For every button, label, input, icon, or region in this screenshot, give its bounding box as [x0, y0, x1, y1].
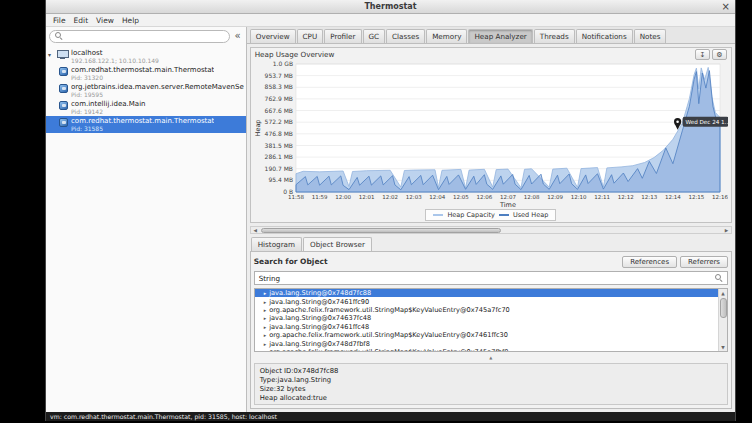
- tree-item-label: org.jetbrains.idea.maven.server.RemoteMa…: [71, 83, 244, 91]
- menu-help[interactable]: Help: [118, 15, 143, 26]
- tab-gc[interactable]: GC: [363, 29, 386, 43]
- sidebar: « ▾ localhost 192.168.122.1; 10.10.10.14…: [46, 27, 247, 412]
- titlebar[interactable]: Thermostat ×: [46, 0, 735, 14]
- detail-heap-allocated: Heap allocated:true: [260, 394, 722, 403]
- detail-size: Size:32 bytes: [260, 385, 722, 394]
- svg-text:11:59: 11:59: [311, 194, 327, 200]
- chart-horizontal-scrollbar[interactable]: ◀ ▶: [250, 226, 732, 234]
- export-heap-dump-button[interactable]: ↧: [695, 49, 710, 60]
- expand-icon[interactable]: ▸: [264, 324, 267, 330]
- detail-type: Type:java.lang.String: [260, 376, 722, 385]
- tree-item-vm-thermostat-2-selected[interactable]: com.redhat.thermostat.main.Thermostat Pi…: [46, 116, 246, 133]
- tree-item-sublabel: Pid: 19595: [71, 91, 244, 98]
- host-computer-icon: [57, 50, 68, 60]
- heap-subtabs: Histogram Object Browser: [250, 237, 732, 251]
- heap-settings-button[interactable]: ⚙: [712, 49, 727, 60]
- vm-icon: [59, 84, 68, 93]
- tree-item-vm-maven[interactable]: org.jetbrains.idea.maven.server.RemoteMa…: [46, 82, 246, 99]
- referrers-button[interactable]: Referrers: [680, 256, 728, 268]
- object-label: org.apache.felix.framework.util.StringMa…: [269, 331, 508, 339]
- svg-text:190.7 MB: 190.7 MB: [264, 165, 292, 172]
- tab-profiler[interactable]: Profiler: [324, 29, 361, 43]
- menu-file[interactable]: File: [49, 15, 70, 26]
- menu-edit[interactable]: Edit: [70, 15, 93, 26]
- search-icon: [55, 32, 63, 40]
- references-button[interactable]: References: [622, 256, 677, 268]
- svg-text:12:05: 12:05: [453, 194, 469, 200]
- list-vertical-scrollbar[interactable]: ▲ ▼: [718, 289, 727, 351]
- detail-object-id: Object ID:0x748d7fc88: [260, 367, 722, 376]
- expand-icon[interactable]: ▸: [264, 290, 267, 296]
- scrollbar-track[interactable]: [719, 297, 727, 343]
- tab-classes[interactable]: Classes: [386, 29, 425, 43]
- tree-item-label: com.redhat.thermostat.main.Thermostat: [71, 66, 214, 74]
- menu-view[interactable]: View: [92, 15, 118, 26]
- tree-item-host[interactable]: ▾ localhost 192.168.122.1; 10.10.10.149: [46, 48, 246, 65]
- svg-text:572.2 MB: 572.2 MB: [264, 118, 292, 125]
- tab-notes[interactable]: Notes: [634, 29, 667, 43]
- tab-memory[interactable]: Memory: [426, 29, 467, 43]
- svg-text:381.5 MB: 381.5 MB: [264, 142, 292, 149]
- tab-notifications[interactable]: Notifications: [576, 29, 633, 43]
- object-label: org.apache.felix.framework.util.StringMa…: [269, 306, 510, 314]
- svg-text:12:06: 12:06: [476, 194, 492, 200]
- tree-item-vm-thermostat-1[interactable]: com.redhat.thermostat.main.Thermostat Pi…: [46, 65, 246, 82]
- tab-overview[interactable]: Overview: [250, 29, 296, 43]
- scroll-right-icon[interactable]: ▶: [722, 227, 731, 233]
- list-item[interactable]: ▸org.apache.felix.framework.util.StringM…: [255, 348, 718, 352]
- scrollbar-thumb[interactable]: [261, 228, 501, 233]
- object-result-list: ▸java.lang.String@0x748d7fc88 ▸java.lang…: [254, 288, 728, 352]
- heap-chart[interactable]: 1.0 GB953.7 MB858.3 MB762.9 MB667.6 MB57…: [254, 61, 728, 208]
- legend-heap-capacity: Heap Capacity: [447, 211, 494, 219]
- tab-threads[interactable]: Threads: [534, 29, 575, 43]
- tree-item-label: com.intellij.idea.Main: [71, 100, 146, 108]
- list-item[interactable]: ▸java.lang.String@0x7461ffc90: [255, 297, 718, 305]
- svg-text:12:08: 12:08: [523, 194, 539, 200]
- svg-text:Wed Dec 24 1...: Wed Dec 24 1...: [685, 119, 727, 125]
- expander-icon[interactable]: ▾: [48, 51, 54, 58]
- scroll-down-icon[interactable]: ▼: [719, 343, 727, 351]
- tree-item-vm-idea[interactable]: com.intellij.idea.Main Pid: 19142: [46, 99, 246, 116]
- list-item[interactable]: ▸java.lang.String@0x748d7fc88: [255, 289, 718, 297]
- svg-text:476.8 MB: 476.8 MB: [264, 130, 292, 137]
- svg-text:762.9 MB: 762.9 MB: [264, 95, 292, 102]
- object-search-input[interactable]: String: [254, 271, 728, 285]
- scrollbar-thumb[interactable]: [720, 298, 727, 318]
- expand-icon[interactable]: ▸: [264, 332, 267, 338]
- svg-text:286.1 MB: 286.1 MB: [264, 153, 292, 160]
- svg-text:12:14: 12:14: [665, 194, 681, 200]
- list-item[interactable]: ▸java.lang.String@0x7461ffc48: [255, 323, 718, 331]
- tab-histogram[interactable]: Histogram: [251, 237, 302, 251]
- expand-icon[interactable]: ▸: [264, 299, 267, 305]
- tab-cpu[interactable]: CPU: [297, 29, 324, 43]
- list-item[interactable]: ▸java.lang.String@0x748d7fbf8: [255, 339, 718, 347]
- scroll-up-icon[interactable]: ▲: [719, 289, 727, 297]
- scrollbar-track[interactable]: [260, 227, 722, 233]
- tree-item-sublabel: Pid: 31585: [71, 125, 214, 132]
- expand-icon[interactable]: ▸: [264, 349, 267, 352]
- scroll-left-icon[interactable]: ◀: [251, 227, 260, 233]
- svg-text:11:58: 11:58: [288, 194, 304, 200]
- expand-icon[interactable]: ▸: [264, 341, 267, 347]
- svg-text:12:00: 12:00: [335, 194, 351, 200]
- object-label: java.lang.String@0x74637fc48: [269, 314, 371, 322]
- status-bar: vm: com.redhat.thermostat.main.Thermosta…: [46, 412, 735, 421]
- tab-heap-analyzer[interactable]: Heap Analyzer: [468, 29, 532, 43]
- list-item[interactable]: ▸org.apache.felix.framework.util.StringM…: [255, 306, 718, 314]
- host-filter-input[interactable]: [49, 30, 230, 43]
- expand-icon[interactable]: ▸: [264, 315, 267, 321]
- svg-text:95.4 MB: 95.4 MB: [268, 176, 293, 183]
- list-item[interactable]: ▸java.lang.String@0x74637fc48: [255, 314, 718, 322]
- app-window: Thermostat × File Edit View Help « ▾ loc…: [45, 0, 736, 421]
- expand-icon[interactable]: ▸: [264, 307, 267, 313]
- splitter-handle[interactable]: ▲: [254, 355, 728, 360]
- close-icon[interactable]: ×: [722, 1, 730, 13]
- svg-text:667.6 MB: 667.6 MB: [264, 107, 292, 114]
- svg-text:Heap: Heap: [254, 120, 262, 137]
- svg-text:1.0 GB: 1.0 GB: [273, 61, 293, 67]
- main-panel: Overview CPU Profiler GC Classes Memory …: [247, 27, 735, 412]
- collapse-sidebar-button[interactable]: «: [233, 31, 243, 41]
- tab-object-browser[interactable]: Object Browser: [303, 237, 372, 251]
- list-item[interactable]: ▸org.apache.felix.framework.util.StringM…: [255, 331, 718, 339]
- search-icon: [715, 274, 723, 282]
